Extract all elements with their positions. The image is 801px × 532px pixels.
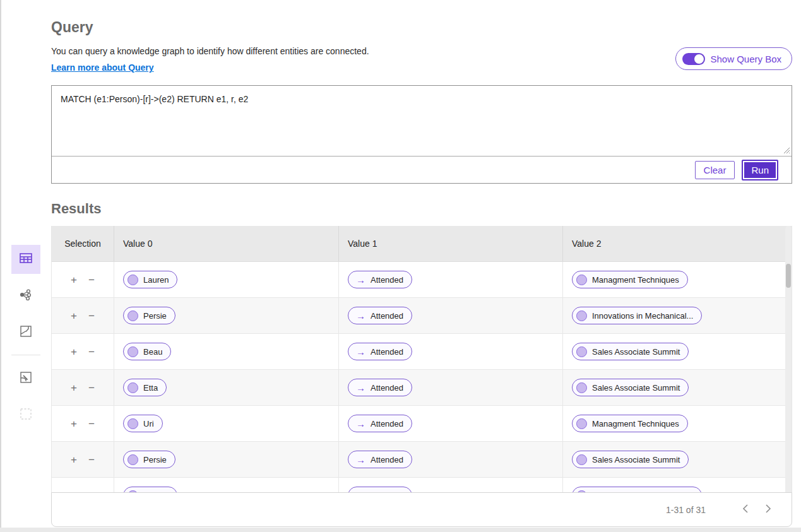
show-query-box-toggle[interactable]: Show Query Box bbox=[675, 47, 792, 70]
entity-label: Lauren bbox=[143, 275, 169, 285]
entity-pill[interactable]: Managment Techniques bbox=[572, 271, 688, 288]
map-view-button[interactable] bbox=[11, 318, 40, 347]
window-left-edge bbox=[0, 0, 1, 532]
entity-pill[interactable]: Etta bbox=[123, 379, 167, 396]
entity-pill[interactable]: Innovations in Mechanical... bbox=[572, 487, 702, 492]
network-view-button[interactable] bbox=[11, 281, 40, 310]
table-row: + − Persie → Attended Innovations in Mec… bbox=[52, 298, 792, 334]
value1-cell: → Attended bbox=[339, 334, 563, 369]
previous-page-button[interactable] bbox=[739, 502, 752, 517]
add-to-selection-button[interactable]: + bbox=[71, 382, 77, 393]
learn-more-link[interactable]: Learn more about Query bbox=[51, 62, 154, 73]
entity-pill[interactable]: Sales Associate Summit bbox=[572, 379, 689, 396]
table-row: + − Uri → Attended Managment Techniques bbox=[52, 406, 792, 442]
entity-pill[interactable]: Sales Associate Summit bbox=[572, 451, 689, 468]
entity-dot-icon bbox=[128, 418, 138, 429]
relation-arrow-icon: → bbox=[356, 454, 365, 465]
table-row: + − Persie → Attended Sales Associate Su… bbox=[52, 442, 792, 478]
table-view-button[interactable] bbox=[11, 245, 40, 274]
query-editor: MATCH (e1:Person)-[r]->(e2) RETURN e1, r… bbox=[51, 85, 792, 184]
empty-view-icon bbox=[18, 406, 33, 424]
entity-dot-icon bbox=[576, 346, 587, 357]
results-table: Selection Value 0 Value 1 Value 2 + − La… bbox=[51, 226, 792, 492]
run-button[interactable]: Run bbox=[742, 160, 778, 180]
relationship-pill[interactable]: → Attended bbox=[348, 451, 412, 468]
table-scrollbar[interactable] bbox=[785, 226, 792, 492]
relationship-pill[interactable]: → Attended bbox=[348, 271, 412, 288]
entity-pill[interactable]: Persie bbox=[123, 307, 175, 324]
entity-dot-icon bbox=[128, 310, 138, 321]
main-content: Query You can query a knowledge graph to… bbox=[51, 0, 792, 532]
selection-cell: + − bbox=[52, 442, 114, 477]
remove-from-selection-button[interactable]: − bbox=[88, 275, 95, 285]
relationship-label: Attended bbox=[371, 455, 403, 464]
relationship-label: Attended bbox=[371, 347, 403, 357]
page-range-label: 1-31 of 31 bbox=[666, 505, 706, 515]
selection-cell: + − bbox=[52, 370, 114, 405]
entity-pill[interactable]: Lauren bbox=[123, 487, 177, 492]
column-header-selection: Selection bbox=[52, 226, 114, 261]
entity-dot-icon bbox=[128, 275, 138, 285]
relationship-pill[interactable]: → Attended bbox=[348, 487, 412, 492]
map-select-view-button[interactable] bbox=[11, 364, 40, 393]
add-to-selection-button[interactable]: + bbox=[71, 310, 77, 321]
value2-cell: Innovations in Mechanical... bbox=[563, 478, 792, 492]
table-view-icon bbox=[18, 251, 33, 268]
entity-pill[interactable]: Uri bbox=[123, 415, 163, 432]
table-body: + − Lauren → Attended Managment Techniqu… bbox=[52, 262, 792, 492]
entity-label: Uri bbox=[143, 419, 154, 429]
map-select-view-icon bbox=[18, 370, 33, 387]
remove-from-selection-button[interactable]: − bbox=[88, 310, 95, 321]
scrollbar-thumb[interactable] bbox=[786, 264, 791, 288]
query-input[interactable]: MATCH (e1:Person)-[r]->(e2) RETURN e1, r… bbox=[52, 86, 792, 156]
value1-cell: → Attended bbox=[339, 442, 563, 477]
entity-pill[interactable]: Persie bbox=[123, 451, 175, 468]
entity-label: Etta bbox=[143, 383, 158, 393]
value0-cell: Lauren bbox=[114, 478, 339, 492]
entity-dot-icon bbox=[576, 310, 587, 321]
relationship-label: Attended bbox=[371, 383, 403, 393]
selection-cell: + − bbox=[52, 478, 114, 492]
value0-cell: Persie bbox=[114, 442, 339, 477]
relationship-pill[interactable]: → Attended bbox=[348, 379, 412, 396]
remove-from-selection-button[interactable]: − bbox=[88, 346, 95, 357]
value1-cell: → Attended bbox=[339, 370, 563, 405]
value1-cell: → Attended bbox=[339, 478, 563, 492]
entity-pill[interactable]: Innovations in Mechanical... bbox=[572, 307, 702, 324]
entity-dot-icon bbox=[576, 454, 587, 465]
value2-cell: Sales Associate Summit bbox=[563, 442, 792, 477]
entity-dot-icon bbox=[576, 418, 587, 429]
relationship-pill[interactable]: → Attended bbox=[348, 307, 412, 324]
entity-label: Persie bbox=[143, 455, 167, 464]
relation-arrow-icon: → bbox=[356, 275, 365, 285]
remove-from-selection-button[interactable]: − bbox=[88, 418, 95, 429]
add-to-selection-button[interactable]: + bbox=[71, 275, 77, 285]
relationship-pill[interactable]: → Attended bbox=[348, 415, 412, 432]
relation-arrow-icon: → bbox=[356, 310, 365, 321]
next-page-button[interactable] bbox=[761, 502, 775, 517]
table-row: + − Lauren → Attended Innovations in Mec… bbox=[52, 478, 792, 492]
entity-label: Managment Techniques bbox=[592, 275, 679, 285]
entity-label: Persie bbox=[143, 311, 167, 321]
remove-from-selection-button[interactable]: − bbox=[88, 382, 95, 393]
value0-cell: Etta bbox=[114, 370, 339, 405]
remove-from-selection-button[interactable]: − bbox=[88, 454, 95, 465]
entity-pill[interactable]: Sales Associate Summit bbox=[572, 343, 689, 360]
chevron-left-icon bbox=[742, 505, 749, 515]
resize-handle-icon[interactable] bbox=[783, 145, 790, 153]
add-to-selection-button[interactable]: + bbox=[71, 454, 77, 465]
entity-pill[interactable]: Beau bbox=[123, 343, 171, 360]
sidebar-divider bbox=[11, 355, 40, 355]
view-switcher-sidebar bbox=[11, 245, 40, 437]
table-row: + − Beau → Attended Sales Associate Summ… bbox=[52, 334, 792, 370]
value2-cell: Managment Techniques bbox=[563, 262, 792, 297]
relationship-pill[interactable]: → Attended bbox=[348, 343, 412, 360]
clear-button[interactable]: Clear bbox=[695, 161, 735, 179]
entity-pill[interactable]: Lauren bbox=[123, 271, 177, 288]
page-bottom-strip bbox=[0, 528, 801, 532]
entity-label: Sales Associate Summit bbox=[592, 383, 680, 393]
add-to-selection-button[interactable]: + bbox=[71, 346, 77, 357]
table-header-row: Selection Value 0 Value 1 Value 2 bbox=[52, 226, 792, 262]
entity-pill[interactable]: Managment Techniques bbox=[572, 415, 688, 432]
add-to-selection-button[interactable]: + bbox=[71, 418, 77, 429]
